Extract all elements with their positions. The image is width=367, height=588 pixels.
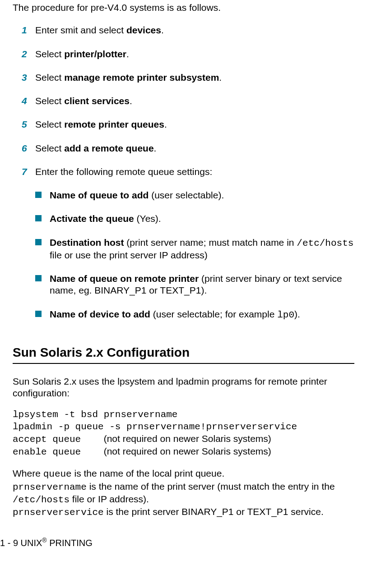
step-body: Select client services.	[35, 95, 354, 107]
explain-mono: /etc/hosts	[13, 495, 70, 505]
explain-mono: prnserverservice	[13, 507, 104, 518]
code-block: lpsystem -t bsd prnservername lpadmin -p…	[13, 409, 354, 458]
code-line: enable queue (not required on newer Sola…	[13, 446, 354, 458]
code-line: lpadmin -p queue -s prnservername!prnser…	[13, 421, 354, 433]
step-number: 3	[22, 72, 35, 83]
step-6: 6 Select add a remote queue.	[22, 142, 354, 154]
bullet-item: Destination host (print server name; mus…	[35, 237, 354, 262]
code-text: accept queue	[13, 434, 81, 445]
step-text-pre: Select	[35, 72, 64, 83]
step-text-pre: Select	[35, 49, 64, 59]
code-text: enable queue	[13, 447, 81, 457]
explain-text: file or IP address).	[70, 494, 149, 504]
intro-paragraph: The procedure for pre-V4.0 systems is as…	[13, 2, 354, 14]
explain-text: Where	[13, 468, 43, 478]
bullet-text-b: ).	[294, 309, 300, 319]
step-number: 4	[22, 95, 35, 107]
step-text-pre: Select	[35, 119, 64, 129]
step-text-post: .	[154, 143, 157, 153]
bullet-bold: Name of queue on remote printer	[50, 273, 199, 284]
step-text-post: .	[164, 119, 167, 129]
bullet-item: Activate the queue (Yes).	[35, 213, 354, 225]
code-line: lpsystem -t bsd prnservername	[13, 409, 354, 421]
bullet-bold: Destination host	[50, 237, 124, 248]
step-body: Enter smit and select devices.	[35, 24, 354, 36]
step-text-post: .	[219, 72, 222, 83]
step-text-post: .	[126, 49, 129, 59]
footer-text-b: PRINTING	[47, 538, 93, 548]
bullet-item: Name of queue on remote printer (print s…	[35, 273, 354, 297]
step-number: 5	[22, 119, 35, 130]
square-bullet-icon	[35, 239, 42, 245]
bullet-text: (user selectable).	[149, 190, 224, 200]
step-text-post: .	[161, 25, 164, 35]
step-text-pre: Select	[35, 96, 64, 106]
explain-text: is the name of the local print queue.	[72, 468, 225, 478]
bullet-mono: /etc/hosts	[297, 238, 353, 248]
step-5: 5 Select remote printer queues.	[22, 119, 354, 130]
step-text-bold: devices	[126, 25, 161, 35]
bullet-bold: Name of queue to add	[50, 190, 149, 200]
bullet-item: Name of queue to add (user selectable).	[35, 189, 354, 201]
square-bullet-icon	[35, 311, 42, 317]
bullet-bold: Name of device to add	[50, 309, 150, 319]
explain-mono: prnservername	[13, 482, 87, 492]
step-number: 6	[22, 142, 35, 154]
step-body: Select add a remote queue.	[35, 142, 354, 154]
code-note: (not required on newer Solaris systems)	[104, 446, 271, 456]
bullet-bold: Activate the queue	[50, 213, 134, 224]
step-text-pre: Enter the following remote queue setting…	[35, 166, 212, 177]
step-text-bold: manage remote printer subsystem	[64, 72, 219, 83]
bullet-body: Name of device to add (user selectable; …	[50, 308, 354, 321]
step-body: Enter the following remote queue setting…	[35, 166, 354, 333]
step-number: 7	[22, 166, 35, 178]
page-footer: 1 - 9 UNIX® PRINTING	[0, 537, 354, 549]
bullet-text-a: (user selectable; for example	[150, 309, 277, 319]
step-4: 4 Select client services.	[22, 95, 354, 107]
step-text-post: .	[130, 96, 132, 106]
explain-text: is the print server BINARY_P1 or TEXT_P1…	[104, 506, 324, 517]
code-note: (not required on newer Solaris systems)	[104, 433, 271, 444]
step-body: Select remote printer queues.	[35, 119, 354, 130]
step-number: 2	[22, 48, 35, 60]
section-heading: Sun Solaris 2.x Configuration	[13, 345, 354, 364]
solaris-intro-paragraph: Sun Solaris 2.x uses the lpsystem and lp…	[13, 376, 354, 400]
step-text-bold: printer/plotter	[64, 49, 126, 59]
step-text-bold: add a remote queue	[64, 143, 153, 153]
step-number: 1	[22, 24, 35, 36]
explain-mono: queue	[43, 469, 72, 479]
step-text-pre: Enter smit and select	[35, 25, 126, 35]
bullet-body: Activate the queue (Yes).	[50, 213, 354, 225]
square-bullet-icon	[35, 215, 42, 221]
step-text-bold: client services	[64, 96, 130, 106]
registered-symbol: ®	[42, 537, 46, 544]
bullet-mono: lp0	[277, 310, 294, 320]
steps-list: 1 Enter smit and select devices. 2 Selec…	[22, 24, 354, 333]
bullet-body: Name of queue to add (user selectable).	[50, 189, 354, 201]
step-text-bold: remote printer queues	[64, 119, 164, 129]
bullet-text-b: file or use the print server IP address)	[50, 250, 208, 260]
code-line: accept queue (not required on newer Sola…	[13, 433, 354, 446]
square-bullet-icon	[35, 275, 42, 281]
step-body: Select printer/plotter.	[35, 48, 354, 60]
step-1: 1 Enter smit and select devices.	[22, 24, 354, 36]
explain-text: is the name of the print server (must ma…	[87, 481, 335, 492]
step-2: 2 Select printer/plotter.	[22, 48, 354, 60]
step-body: Select manage remote printer subsystem.	[35, 72, 354, 83]
bullet-body: Name of queue on remote printer (print s…	[50, 273, 354, 297]
step-7: 7 Enter the following remote queue setti…	[22, 166, 354, 333]
footer-text-a: 1 - 9 UNIX	[0, 538, 42, 548]
bullet-list: Name of queue to add (user selectable). …	[35, 189, 354, 321]
explain-paragraph: Where queue is the name of the local pri…	[13, 468, 354, 519]
bullet-text: (Yes).	[134, 213, 161, 224]
step-text-pre: Select	[35, 143, 64, 153]
step-3: 3 Select manage remote printer subsystem…	[22, 72, 354, 83]
square-bullet-icon	[35, 192, 42, 198]
bullet-item: Name of device to add (user selectable; …	[35, 308, 354, 321]
bullet-body: Destination host (print server name; mus…	[50, 237, 354, 262]
bullet-text-a: (print server name; must match name in	[124, 237, 297, 248]
